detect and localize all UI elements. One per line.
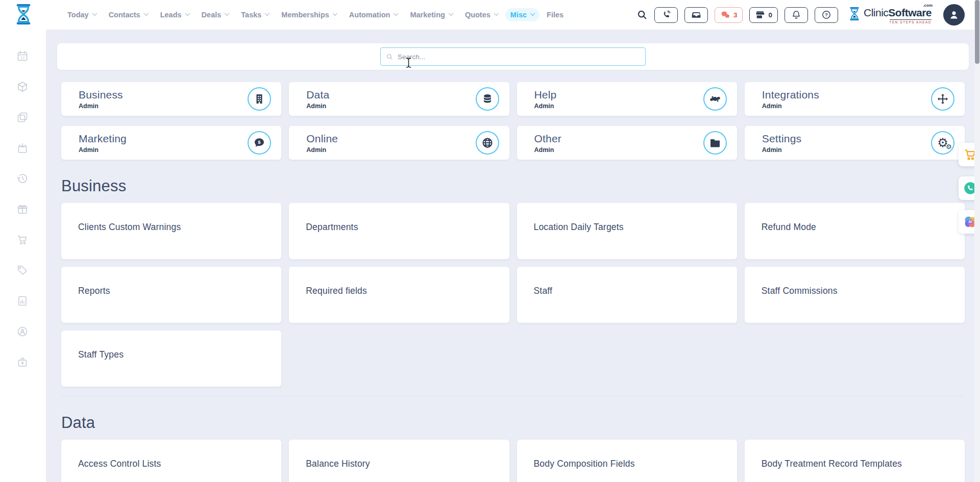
chevron-down-icon (143, 11, 149, 16)
admin-link-card[interactable]: Clients Custom Warnings (61, 203, 281, 259)
inbox-button[interactable] (684, 7, 708, 23)
admin-link-card[interactable]: Staff (517, 267, 737, 323)
section-divider (61, 396, 965, 396)
comment-dollar-icon: $ (248, 131, 271, 155)
nav-item-label: Marketing (410, 11, 445, 19)
clinicsoftware-logo[interactable]: ClinicSoftware .com TEN STEPS AHEAD (848, 6, 932, 23)
category-card-online[interactable]: OnlineAdmin (289, 126, 509, 160)
globe-icon (476, 131, 499, 155)
chats-button[interactable]: 3 (715, 7, 743, 23)
sidebar-calendar-icon[interactable]: 12 (16, 50, 30, 63)
user-avatar[interactable] (943, 4, 965, 26)
admin-link-card[interactable]: Body Composition Fields (517, 440, 737, 482)
app-logo-hourglass-icon[interactable] (13, 3, 38, 27)
phone-button[interactable] (654, 7, 678, 23)
admin-link-card[interactable]: Required fields (289, 267, 509, 323)
section-grid-data: Access Control ListsBalance HistoryBody … (61, 440, 965, 482)
category-title: Data (306, 89, 475, 101)
search-input[interactable] (398, 53, 640, 61)
svg-text:AI: AI (969, 220, 972, 223)
category-subtitle: Admin (534, 146, 703, 154)
chevron-down-icon (394, 11, 399, 16)
nav-item-label: Automation (349, 11, 390, 19)
sidebar-briefcase-lock-icon[interactable] (16, 356, 30, 369)
question-icon: ? (821, 10, 831, 20)
admin-category-grid: BusinessAdminDataAdminHelpAdminIntegrati… (61, 82, 965, 160)
sidebar-report-icon[interactable] (16, 295, 30, 308)
nav-item-leads[interactable]: Leads (155, 8, 194, 21)
category-subtitle: Admin (79, 103, 248, 110)
move-arrows-icon (931, 87, 954, 111)
category-card-marketing[interactable]: MarketingAdmin$ (61, 126, 281, 160)
nav-item-label: Leads (160, 11, 182, 19)
category-card-help[interactable]: HelpAdmin (517, 82, 737, 116)
category-subtitle: Admin (534, 103, 703, 110)
nav-item-quotes[interactable]: Quotes (460, 8, 503, 21)
nav-item-tasks[interactable]: Tasks (236, 8, 274, 21)
category-title: Help (534, 89, 703, 101)
admin-link-card[interactable]: Reports (61, 267, 281, 323)
sidebar-history-icon[interactable] (16, 172, 30, 186)
category-card-business[interactable]: BusinessAdmin (61, 82, 281, 116)
nav-item-misc[interactable]: Misc (505, 8, 540, 21)
svg-text:$: $ (258, 139, 261, 145)
brand-tagline: TEN STEPS AHEAD (890, 19, 932, 24)
chevron-down-icon (448, 11, 453, 16)
nav-item-label: Memberships (281, 11, 329, 19)
inbox-icon (691, 10, 701, 20)
store-button[interactable]: 0 (749, 7, 778, 23)
brand-hourglass-icon (848, 6, 861, 23)
admin-link-card[interactable]: Balance History (289, 440, 509, 482)
section-title-data: Data (61, 414, 965, 432)
admin-link-card[interactable]: Staff Commissions (745, 267, 965, 323)
hands-help-icon (703, 87, 727, 111)
floating-widgets: AI (959, 143, 974, 234)
notifications-button[interactable] (785, 7, 808, 23)
admin-link-card[interactable]: Location Daily Targets (517, 203, 737, 259)
page-scrollbar[interactable] (974, 0, 980, 482)
top-navbar: TodayContactsLeadsDealsTasksMembershipsA… (0, 0, 980, 30)
chat-bubbles-icon (720, 10, 730, 20)
sidebar-gift-icon[interactable] (16, 203, 30, 216)
folder-icon (703, 131, 727, 155)
chevron-down-icon (494, 11, 499, 16)
admin-link-card[interactable]: Departments (289, 203, 509, 259)
store-count-badge: 0 (768, 11, 772, 19)
scrollbar-thumb[interactable] (975, 0, 979, 64)
sidebar-user-circle-icon[interactable] (16, 325, 30, 339)
nav-item-automation[interactable]: Automation (344, 8, 403, 21)
sidebar-cart-icon[interactable] (16, 234, 30, 247)
admin-link-card[interactable]: Body Treatment Record Templates (745, 440, 965, 482)
help-button[interactable]: ? (815, 7, 838, 23)
nav-item-label: Quotes (465, 11, 491, 19)
admin-link-card[interactable]: Refund Mode (745, 203, 965, 259)
nav-item-deals[interactable]: Deals (197, 8, 234, 21)
nav-item-label: Tasks (241, 11, 261, 19)
section-title-business: Business (61, 177, 965, 195)
main-menu: TodayContactsLeadsDealsTasksMembershipsA… (62, 8, 569, 21)
chevron-down-icon (225, 11, 230, 16)
admin-link-card[interactable]: Access Control Lists (61, 440, 281, 482)
category-subtitle: Admin (762, 103, 931, 110)
nav-item-label: Contacts (109, 11, 140, 19)
sidebar-tags-icon[interactable] (16, 264, 30, 277)
building-icon (248, 87, 271, 111)
nav-item-files[interactable]: Files (542, 8, 569, 21)
nav-item-contacts[interactable]: Contacts (104, 8, 153, 21)
admin-link-card[interactable]: Staff Types (61, 331, 281, 387)
category-card-integrations[interactable]: IntegrationsAdmin (745, 82, 965, 116)
sidebar-pages-icon[interactable] (16, 111, 30, 124)
nav-item-memberships[interactable]: Memberships (276, 8, 341, 21)
topbar-actions: 30? ClinicSoftware .com TEN STEPS AHEAD (636, 4, 980, 26)
brand-tld: .com (923, 3, 933, 8)
nav-item-today[interactable]: Today (62, 8, 102, 21)
sidebar-package-icon[interactable] (16, 81, 30, 94)
search-icon[interactable] (636, 9, 648, 20)
category-card-data[interactable]: DataAdmin (289, 82, 509, 116)
section-grid-business: Clients Custom WarningsDepartmentsLocati… (61, 203, 965, 387)
category-card-settings[interactable]: SettingsAdmin⚙⚙ (745, 126, 965, 160)
chevron-down-icon (530, 11, 535, 16)
nav-item-marketing[interactable]: Marketing (405, 8, 458, 21)
category-card-other[interactable]: OtherAdmin (517, 126, 737, 160)
sidebar-checkin-basket-icon[interactable] (16, 142, 30, 155)
